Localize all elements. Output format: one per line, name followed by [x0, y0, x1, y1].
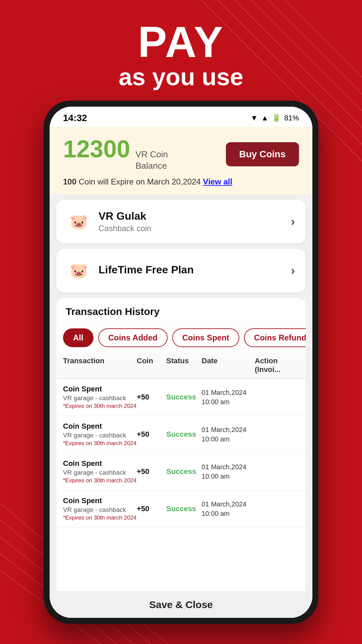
status-bar: 14:32 ▼ ▲ 🔋 81% [50, 107, 312, 127]
coin-cell-2: +50 [137, 430, 166, 439]
free-plan-text: LifeTime Free Plan [99, 264, 194, 277]
header-transaction: Transaction [63, 357, 137, 374]
date-cell-1: 01 March,202410:00 am [202, 388, 255, 407]
table-rows: Coin Spent VR garage - cashback *Expires… [56, 379, 306, 591]
battery-percent: 81% [284, 114, 299, 122]
coin-balance-number: 12300 [63, 137, 130, 161]
gulak-title: VR Gulak [99, 210, 151, 222]
phone-mockup: 14:32 ▼ ▲ 🔋 81% 12300 VR Coin Balance Bu… [44, 101, 318, 624]
filter-tab-coins-refunded[interactable]: Coins Refunded [244, 328, 306, 347]
table-row: Coin Spent VR garage - cashback *Expires… [56, 379, 306, 416]
header-coin: Coin [137, 357, 166, 374]
free-plan-card-left: 🐷 LifeTime Free Plan [67, 259, 194, 282]
status-cell-4: Success [166, 504, 202, 513]
gulak-text: VR Gulak Cashback coin [99, 210, 151, 233]
transaction-cell-1: Coin Spent VR garage - cashback *Expires… [63, 385, 137, 410]
phone-screen: 14:32 ▼ ▲ 🔋 81% 12300 VR Coin Balance Bu… [50, 107, 312, 618]
expire-text: Coin will Expire on March 20,2024 [79, 177, 203, 186]
filter-tab-coins-spent[interactable]: Coins Spent [172, 328, 239, 347]
table-row: Coin Spent VR garage - cashback *Expires… [56, 490, 306, 528]
signal-icon: ▲ [261, 114, 268, 122]
battery-icon: 🔋 [272, 114, 281, 122]
save-close-bar: Save & Close [56, 591, 306, 618]
expire-amount: 100 [63, 177, 76, 186]
coin-cell-1: +50 [137, 393, 166, 401]
date-cell-2: 01 March,202410:00 am [202, 425, 255, 444]
save-close-button[interactable]: Save & Close [149, 599, 213, 610]
coin-balance-label: VR Coin Balance [135, 149, 168, 172]
date-cell-3: 01 March,202410:00 am [202, 462, 255, 481]
filter-tab-all[interactable]: All [63, 328, 94, 347]
transaction-section: Transaction History All Coins Added Coin… [56, 298, 306, 618]
status-icons: ▼ ▲ 🔋 81% [250, 114, 299, 122]
date-cell-4: 01 March,202410:00 am [202, 499, 255, 518]
gulak-chevron-icon: › [291, 215, 295, 229]
vr-gulak-card[interactable]: 🐷 VR Gulak Cashback coin › [56, 200, 306, 244]
free-plan-chevron-icon: › [291, 264, 295, 278]
coin-cell-4: +50 [137, 504, 166, 513]
hero-section: PAY as you use [0, 20, 362, 90]
table-row: Coin Spent VR garage - cashback *Expires… [56, 416, 306, 453]
view-all-link[interactable]: View all [203, 177, 233, 186]
filter-tabs: All Coins Added Coins Spent Coins Refund… [56, 323, 306, 353]
coin-expire-row: 100 Coin will Expire on March 20,2024 Vi… [63, 177, 299, 186]
table-row: Coin Spent VR garage - cashback *Expires… [56, 453, 306, 490]
free-plan-title: LifeTime Free Plan [99, 264, 194, 276]
status-cell-1: Success [166, 393, 202, 401]
header-action: Action(Invoi... [255, 357, 299, 374]
buy-coins-button[interactable]: Buy Coins [226, 142, 299, 166]
gulak-subtitle: Cashback coin [99, 224, 151, 233]
wifi-icon: ▼ [250, 114, 258, 122]
coin-cell-3: +50 [137, 467, 166, 476]
status-time: 14:32 [63, 113, 87, 123]
header-date: Date [202, 357, 255, 374]
status-cell-3: Success [166, 467, 202, 476]
transaction-cell-2: Coin Spent VR garage - cashback *Expires… [63, 422, 137, 447]
hero-pay-text: PAY [0, 20, 362, 64]
transaction-cell-3: Coin Spent VR garage - cashback *Expires… [63, 459, 137, 484]
filter-tab-coins-added[interactable]: Coins Added [98, 328, 168, 347]
coin-balance-section: 12300 VR Coin Balance Buy Coins 100 Coin… [50, 127, 312, 195]
content-area: 🐷 VR Gulak Cashback coin › 🐷 LifeTime Fr… [50, 195, 312, 618]
status-cell-2: Success [166, 430, 202, 439]
coin-balance-left: 12300 VR Coin Balance [63, 137, 168, 172]
table-header: Transaction Coin Status Date Action(Invo… [56, 353, 306, 379]
hero-subtitle: as you use [0, 64, 362, 90]
header-status: Status [166, 357, 202, 374]
transaction-cell-4: Coin Spent VR garage - cashback *Expires… [63, 496, 137, 521]
transaction-title: Transaction History [56, 298, 306, 323]
coin-balance-row: 12300 VR Coin Balance Buy Coins [63, 137, 299, 172]
gulak-icon: 🐷 [67, 210, 90, 233]
free-plan-icon: 🐷 [67, 259, 90, 282]
free-plan-card[interactable]: 🐷 LifeTime Free Plan › [56, 249, 306, 292]
gulak-card-left: 🐷 VR Gulak Cashback coin [67, 210, 151, 233]
